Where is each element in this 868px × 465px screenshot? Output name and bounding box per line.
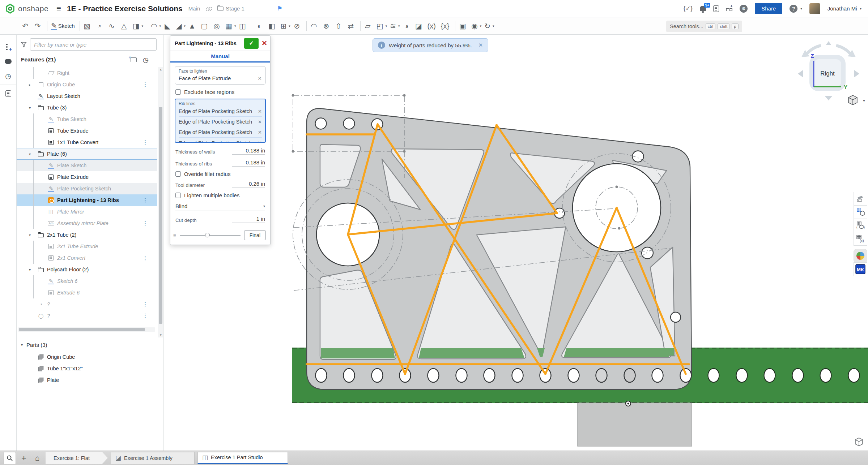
branch-indicator-dots[interactable]: ⋮	[142, 255, 148, 261]
draft-button[interactable]: ◢ ▾	[175, 20, 187, 33]
tree-item-plate-extrude[interactable]: Plate Extrude	[17, 171, 157, 183]
search-tabs-button[interactable]	[4, 452, 16, 464]
branch-indicator-dots[interactable]: ⋮	[142, 220, 148, 227]
user-menu-caret-icon[interactable]: ▾	[860, 7, 861, 10]
helix-button[interactable]: ≋ ▾	[388, 20, 401, 33]
delete-face-button[interactable]: ⊗	[321, 20, 333, 33]
help-icon[interactable]: ?	[790, 5, 797, 13]
tree-item-assembly-mirror-plate[interactable]: Assembly mirror Plate ⋮	[17, 218, 157, 229]
tool-diameter-input[interactable]: 0.26 in	[232, 181, 265, 188]
lighten-multiple-bodies-checkbox[interactable]	[175, 193, 181, 198]
slider-thumb[interactable]	[205, 233, 210, 237]
tree-item-2x1-convert[interactable]: 2x1 Convert ⋮	[17, 252, 157, 264]
history-stopwatch-icon[interactable]: ◷	[0, 69, 17, 83]
part-item-tube[interactable]: Tube 1"x1"x12"	[17, 363, 157, 374]
tree-folder-tube[interactable]: ▾ Tube (3)	[17, 102, 157, 113]
scrollbar-thumb[interactable]	[159, 107, 162, 324]
commit-check-button[interactable]: ✓	[244, 38, 259, 49]
fillet-button[interactable]: ◠ ▾	[149, 20, 162, 33]
projected-curve-button[interactable]: ◑	[401, 20, 414, 33]
expand-caret-icon[interactable]: ▾	[29, 233, 38, 237]
filter-input[interactable]	[30, 38, 157, 51]
remove-icon[interactable]: ✕	[258, 76, 262, 81]
appearance-panel-icon[interactable]	[854, 192, 867, 206]
split-button[interactable]: ◧	[267, 20, 279, 33]
tree-item-sketch-6[interactable]: Sketch 6	[17, 275, 157, 287]
remove-icon[interactable]: ✕	[258, 140, 262, 143]
user-name[interactable]: Jonathan Mi	[827, 5, 857, 12]
user-avatar[interactable]	[809, 3, 820, 14]
expand-caret-icon[interactable]: ▾	[21, 343, 23, 347]
cancel-x-button[interactable]: ✕	[261, 39, 267, 47]
tab-exercise-1-flat[interactable]: Exercise 1: Flat	[46, 452, 108, 464]
insert-feature-icon[interactable]	[0, 40, 17, 54]
branch-indicator-dots[interactable]: ⋮	[142, 139, 148, 146]
undo-button[interactable]: ↶	[20, 20, 33, 33]
extrude-button[interactable]: ▧	[82, 20, 94, 33]
plane-button[interactable]: ▱	[363, 20, 375, 33]
add-tab-button[interactable]: +	[19, 453, 29, 463]
enclose-button[interactable]: ◪	[414, 20, 426, 33]
tree-item-unknown-2[interactable]: ? ⋮	[17, 310, 157, 322]
scroll-up-arrow[interactable]: ▲	[158, 68, 163, 71]
rib-line-item[interactable]: Edge of Plate Pocketing Sketch ✕	[179, 138, 262, 143]
flag-icon[interactable]: ⚑	[277, 5, 282, 12]
tasks-checklist-icon[interactable]	[713, 5, 719, 12]
tree-item-plate-sketch[interactable]: Plate Sketch	[17, 160, 157, 171]
tree-item-unknown-1[interactable]: ? ⋮	[17, 298, 157, 310]
named-views-button[interactable]: ↻ ▾	[483, 20, 495, 33]
part-item-origin-cube[interactable]: Origin Cube	[17, 351, 157, 363]
rollback-slider[interactable]	[180, 235, 241, 236]
tree-item-extrude-6[interactable]: Extrude 6	[17, 287, 157, 298]
rollback-history-icon[interactable]: ◷	[142, 56, 149, 64]
branch-indicator-dots[interactable]: ⋮	[142, 81, 148, 88]
display-states-button[interactable]: ◉ ▾	[470, 20, 483, 33]
expand-caret-icon[interactable]: ▾	[29, 106, 38, 110]
new-folder-icon[interactable]	[131, 57, 137, 62]
tree-folder-plate[interactable]: ▾ Plate (6)	[17, 148, 157, 160]
thicken-button[interactable]: ◨ ▾	[131, 20, 145, 33]
share-button[interactable]: Share	[755, 3, 782, 14]
bom-table-icon[interactable]	[854, 205, 867, 219]
tree-item-origin-cube[interactable]: ▸ Origin Cube ⋮	[17, 79, 157, 90]
tree-item-layout-sketch[interactable]: Layout Sketch	[17, 90, 157, 102]
branch-indicator-dots[interactable]: ⋮	[142, 313, 148, 319]
parts-header-row[interactable]: ▾ Parts (3)	[21, 340, 47, 350]
replace-face-button[interactable]: ⇄	[346, 20, 358, 33]
scroll-down-arrow[interactable]: ▼	[158, 333, 163, 337]
thickness-of-ribs-input[interactable]: 0.188 in	[232, 159, 265, 167]
search-tools-box[interactable]: Search tools... ctrl shift p	[666, 21, 742, 32]
workspace-name[interactable]: Main	[188, 5, 200, 12]
tree-item-tube-sketch[interactable]: Tube Sketch	[17, 113, 157, 125]
branch-indicator-dots[interactable]: ⋮	[142, 301, 148, 307]
home-button[interactable]: ⌂	[32, 454, 43, 462]
hamburger-menu-icon[interactable]: ≡	[56, 4, 61, 13]
version-label[interactable]: Stage 1	[226, 5, 244, 12]
override-fillet-radius-checkbox[interactable]	[175, 171, 181, 177]
variable-button[interactable]: (x)	[426, 20, 439, 33]
surface-button[interactable]: ◰ ▾	[375, 20, 388, 33]
view-cube[interactable]: Right Z Y ▼	[791, 40, 867, 111]
shell-button[interactable]: ▢	[199, 20, 212, 33]
tab-exercise-1-assembly[interactable]: ◪ Exercise 1 Assembly	[111, 452, 195, 464]
hole-button[interactable]: ◎	[212, 20, 224, 33]
horizontal-scrollbar[interactable]	[18, 327, 155, 332]
mate-connector-point[interactable]	[626, 401, 631, 406]
remove-icon[interactable]: ✕	[258, 130, 262, 135]
rotate-right-arrow[interactable]	[836, 46, 851, 54]
move-face-button[interactable]: ⇧	[333, 20, 346, 33]
final-button[interactable]: Final	[244, 230, 266, 240]
sketch-button[interactable]: ✎ Sketch	[50, 20, 77, 33]
onshape-logo-icon[interactable]	[5, 4, 15, 14]
variable-table-icon[interactable]: (x)	[854, 232, 867, 246]
tree-item-plate-pocketing-sketch[interactable]: Plate Pocketing Sketch	[17, 183, 157, 194]
sweep-button[interactable]: ∿	[107, 20, 119, 33]
feature-script-check-icon[interactable]: {✓}	[684, 5, 693, 12]
boolean-button[interactable]: ◐	[254, 20, 267, 33]
tree-item-1x1-tube-convert[interactable]: 1x1 Tube Convert ⋮	[17, 137, 157, 148]
rib-button[interactable]: ▲	[187, 20, 199, 33]
vertical-scrollbar[interactable]: ▲ ▼	[158, 67, 163, 337]
tree-item-2x1-tube-extrude[interactable]: 2x1 Tube Extrude	[17, 241, 157, 252]
expand-caret-icon[interactable]: ▸	[29, 83, 38, 87]
app-quadrant-icon[interactable]	[854, 249, 867, 263]
